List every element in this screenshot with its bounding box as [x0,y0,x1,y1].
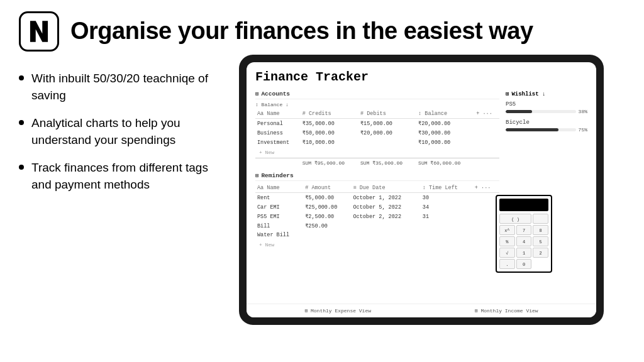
wishlist-item-bicycle: Bicycle 75% [506,119,587,133]
ft-right: ⊞ Wishlist ↓ PS5 38% [506,90,587,300]
accounts-icon: ⊞ [255,90,258,97]
new-row-accounts[interactable]: + New [257,148,497,156]
calc-btn-percent[interactable]: % [499,236,515,246]
sum-row: SUM ₹95,000.00 SUM ₹35,000.00 SUM ₹60,00… [255,158,499,168]
bottom-bar-income[interactable]: ⊞ Monthly Income View [475,308,538,314]
rem-name-car: Car EMI [255,202,303,212]
sum-debits: SUM ₹35,000.00 [358,158,416,168]
col-name-header: Aa Name [255,109,301,119]
rem-amount-ps5: ₹2,500.00 [303,212,351,221]
wishlist-name-bicycle: Bicycle [506,119,587,126]
rem-time-ps5: 31 [421,212,473,221]
col-credits-header: # Credits [301,109,358,119]
account-name-business: Business [255,128,301,138]
calc-btn-empty [533,214,548,224]
reminders-section: ⊞ Reminders Aa Name # Amount ≡ Due Date [255,172,499,250]
calculator-wrapper: ( ) x^ 7 8 % 4 5 √ 1 [506,210,587,300]
calc-btn-dot[interactable]: . [499,259,515,269]
rem-col-time: ↕ Time Left [421,184,473,193]
rem-name-rent: Rent [255,193,303,203]
wishlist-header: ⊞ Wishlist ↓ [506,90,587,97]
calc-btn-4[interactable]: 4 [516,236,532,246]
bullet-item-1: With inbuilt 50/30/20 teachniqe of savin… [19,70,226,104]
reminders-table: Aa Name # Amount ≡ Due Date ↕ Time Left … [255,184,499,250]
table-row: PS5 EMI ₹2,500.00 October 2, 2022 31 [255,212,499,221]
bullet-list: With inbuilt 50/30/20 teachniqe of savin… [19,58,226,205]
progress-fill-ps5 [506,110,532,113]
ft-bottom-bar: ⊞ Monthly Expense View ⊞ Monthly Income … [247,304,596,317]
table-row: Rent ₹5,000.00 October 1, 2022 30 [255,193,499,203]
rem-col-name: Aa Name [255,184,303,193]
bottom-bar-expense[interactable]: ⊞ Monthly Expense View [304,308,371,314]
device-frame: Finance Tracker ⊞ Accounts ↕ Balance ↓ [239,55,604,325]
account-debits-personal: ₹15,000.00 [358,119,416,129]
new-row-reminders[interactable]: + New [257,241,497,249]
calc-btn-0[interactable]: 0 [516,259,532,269]
table-row: Water Bill [255,231,499,239]
accounts-header: ⊞ Accounts [255,90,499,99]
account-balance-personal: ₹20,000.00 [416,119,474,129]
table-row: Personal ₹35,000.00 ₹15,000.00 ₹20,000.0… [255,119,499,129]
table-row: Business ₹50,000.00 ₹20,000.00 ₹30,000.0… [255,128,499,138]
wishlist-name-ps5: PS5 [506,101,587,107]
rem-time-car: 34 [421,202,473,212]
reminders-header: ⊞ Reminders [255,172,499,181]
bullet-dot-3 [19,165,24,170]
calc-btn-5[interactable]: 5 [533,236,548,246]
wishlist-label: Wishlist ↓ [511,91,545,97]
calc-btn-sqrt[interactable]: √ [499,248,515,258]
main-content: With inbuilt 50/30/20 teachniqe of savin… [0,58,644,362]
rem-time-rent: 30 [421,193,473,203]
bullet-text-1: With inbuilt 50/30/20 teachniqe of savin… [31,70,226,104]
notion-logo [19,11,59,52]
rem-amount-car: ₹25,000.00 [303,202,351,212]
bullet-item-3: Track finances from different tags and p… [19,160,226,193]
calc-btn-parens[interactable]: ( ) [499,214,531,224]
col-debits-header: # Debits [358,109,416,119]
account-credits-personal: ₹35,000.00 [301,119,358,129]
rem-col-due: ≡ Due Date [351,184,420,193]
bullet-dot-1 [19,75,24,80]
account-balance-business: ₹30,000.00 [416,128,474,138]
reminders-label: Reminders [261,172,293,179]
rem-due-rent: October 1, 2022 [351,193,420,203]
wishlist-section: ⊞ Wishlist ↓ PS5 38% [506,90,587,138]
rem-name-water: Water Bill [255,231,303,239]
bullet-text-2: Analytical charts to help you understand… [31,115,226,148]
calc-btn-7[interactable]: 7 [516,225,532,235]
progress-fill-bicycle [506,128,558,131]
progress-bar-bicycle-bg [506,128,576,131]
calc-btn-2[interactable]: 2 [533,248,548,258]
rem-due-ps5: October 2, 2022 [351,212,420,221]
finance-tracker-content: Finance Tracker ⊞ Accounts ↕ Balance ↓ [247,62,596,304]
bullet-item-2: Analytical charts to help you understand… [19,115,226,148]
accounts-table: Aa Name # Credits # Debits ↕ Balance + ·… [255,109,499,167]
balance-filter[interactable]: ↕ Balance ↓ [255,102,499,107]
finance-tracker-title: Finance Tracker [255,70,587,84]
account-credits-business: ₹50,000.00 [301,128,358,138]
col-balance-header: ↕ Balance [416,109,474,119]
page-title: Organise your finances in the easiest wa… [70,18,533,45]
wishlist-icon: ⊞ [506,90,509,97]
calculator-screen [499,199,548,211]
accounts-section: ⊞ Accounts ↕ Balance ↓ Aa Name # Credits… [255,90,499,167]
calc-btn-1[interactable]: 1 [516,248,532,258]
account-debits-investment [358,138,416,147]
expense-view-label: ⊞ Monthly Expense View [304,308,371,314]
account-credits-investment: ₹10,000.00 [301,138,358,147]
account-balance-investment: ₹10,000.00 [416,138,474,147]
ft-left: ⊞ Accounts ↕ Balance ↓ Aa Name # Credits… [255,90,499,300]
calc-btn-8[interactable]: 8 [533,225,548,235]
rem-due-car: October 5, 2022 [351,202,420,212]
rem-name-bill: Bill [255,221,303,231]
calc-btn-xpow[interactable]: x^ [499,225,515,235]
col-more-header: + ··· [474,109,499,119]
account-name-personal: Personal [255,119,301,129]
wishlist-item-ps5: PS5 38% [506,101,587,114]
bullet-text-3: Track finances from different tags and p… [31,160,226,193]
device-screen: Finance Tracker ⊞ Accounts ↕ Balance ↓ [247,62,596,317]
wishlist-progress-ps5: 38% [506,109,587,114]
rem-amount-rent: ₹5,000.00 [303,193,351,203]
sum-balance: SUM ₹60,000.00 [416,158,474,168]
table-row: Investment ₹10,000.00 ₹10,000.00 [255,138,499,147]
